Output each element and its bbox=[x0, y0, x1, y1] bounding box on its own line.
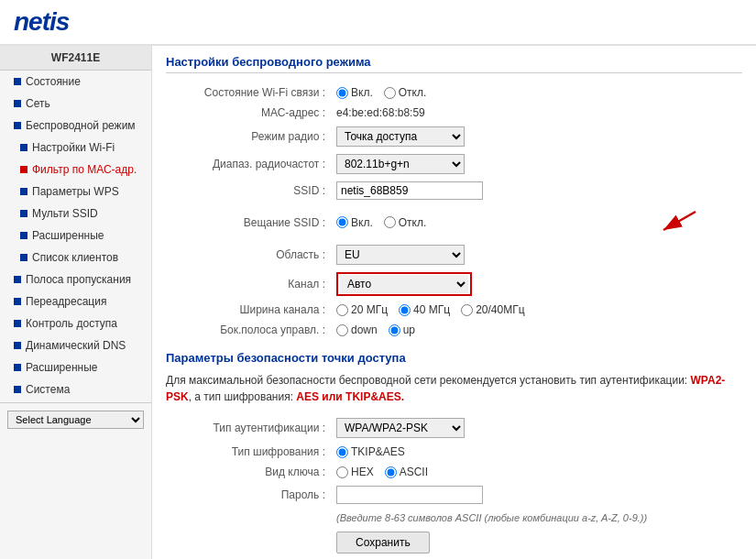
sidebar-item-network[interactable]: Сеть bbox=[0, 93, 151, 115]
bandwidth-row: Ширина канала : 20 МГц 40 МГц bbox=[166, 300, 742, 320]
logo: netis bbox=[14, 7, 69, 37]
key-ascii-label[interactable]: ASCII bbox=[385, 466, 428, 478]
main-content: Настройки беспроводного режима Состояние… bbox=[152, 46, 756, 559]
wifi-status-label: Состояние Wi-Fi связи : bbox=[166, 82, 331, 103]
sb-up-label[interactable]: up bbox=[389, 323, 415, 336]
channel-select[interactable]: Авто bbox=[340, 275, 468, 293]
sidebar-item-access[interactable]: Контроль доступа bbox=[0, 312, 151, 334]
sideband-value: down up bbox=[331, 320, 636, 340]
security-table: Тип аутентификации : WPA/WPA2-PSK Тип ши… bbox=[166, 414, 742, 557]
channel-row: Канал : Авто bbox=[166, 269, 742, 300]
auth-select[interactable]: WPA/WPA2-PSK bbox=[336, 418, 465, 438]
ssid-input[interactable]: netis_68B859 bbox=[336, 181, 483, 200]
wifi-off-label[interactable]: Откл. bbox=[384, 86, 427, 99]
encrypt-tkipaes-radio[interactable] bbox=[336, 446, 348, 458]
sidebar-item-clients[interactable]: Список клиентов bbox=[0, 247, 151, 269]
key-hex-radio[interactable] bbox=[336, 466, 348, 478]
mac-row: МАС-адрес : e4:be:ed:68:b8:59 bbox=[166, 103, 742, 123]
sidebar-item-multi-ssid[interactable]: Мульти SSID bbox=[0, 203, 151, 225]
wifi-on-label[interactable]: Вкл. bbox=[336, 86, 373, 99]
wps-bullet-icon bbox=[20, 188, 27, 195]
bw-2040-radio[interactable] bbox=[461, 304, 473, 316]
save-button[interactable]: Сохранить bbox=[336, 532, 430, 554]
freq-label: Диапаз. радиочастот : bbox=[166, 150, 331, 178]
radio-mode-row: Режим радио : Точка доступа bbox=[166, 123, 742, 150]
ssid-broadcast-row: Вещание SSID : Вкл. Откл. bbox=[166, 203, 742, 241]
wifi-status-radio-group: Вкл. Откл. bbox=[336, 86, 630, 99]
language-select[interactable]: Select Language bbox=[7, 411, 144, 429]
red-arrow-icon bbox=[645, 207, 700, 235]
wifi-status-row: Состояние Wi-Fi связи : Вкл. Откл. bbox=[166, 82, 742, 103]
wifi-off-radio[interactable] bbox=[384, 87, 396, 99]
sideband-row: Бок.полоса управл. : down up bbox=[166, 320, 742, 340]
sidebar-item-ddns[interactable]: Динамический DNS bbox=[0, 334, 151, 356]
ssid-bc-off-radio[interactable] bbox=[384, 216, 396, 228]
encrypt-tkipaes-label[interactable]: TKIP&AES bbox=[336, 445, 405, 458]
sb-down-text: down bbox=[351, 323, 378, 336]
radio-mode-select[interactable]: Точка доступа bbox=[336, 126, 465, 147]
sidebar-item-status[interactable]: Состояние bbox=[0, 71, 151, 93]
access-bullet-icon bbox=[14, 320, 21, 327]
bw-2040-label[interactable]: 20/40МГц bbox=[461, 303, 524, 316]
settings-table: Состояние Wi-Fi связи : Вкл. Откл. bbox=[166, 82, 742, 340]
auth-label: Тип аутентификации : bbox=[166, 414, 331, 442]
sb-up-text: up bbox=[403, 323, 415, 336]
sb-down-radio[interactable] bbox=[336, 324, 348, 336]
ssid-bc-on-label[interactable]: Вкл. bbox=[336, 216, 373, 229]
ssid-bc-off-text: Откл. bbox=[399, 216, 427, 229]
wifi-on-text: Вкл. bbox=[351, 86, 373, 99]
freq-value: 802.11b+g+n bbox=[331, 150, 636, 178]
key-value: HEX ASCII bbox=[331, 462, 742, 482]
sidebar-item-system[interactable]: Система bbox=[0, 378, 151, 400]
channel-label: Канал : bbox=[166, 269, 331, 300]
sb-down-label[interactable]: down bbox=[336, 323, 378, 336]
password-hint-text: (Введите 8-63 символов ASCII (любые комб… bbox=[336, 512, 647, 523]
sidebar-item-wps[interactable]: Параметры WPS bbox=[0, 181, 151, 203]
ssid-bc-on-radio[interactable] bbox=[336, 216, 348, 228]
ssid-broadcast-radio-group: Вкл. Откл. bbox=[336, 216, 630, 229]
sidebar-item-bandwidth[interactable]: Полоса пропускания bbox=[0, 269, 151, 290]
key-hex-label[interactable]: HEX bbox=[336, 466, 374, 478]
encrypt-radio-group: TKIP&AES bbox=[336, 445, 737, 458]
sidebar-item-redirect[interactable]: Переадресация bbox=[0, 290, 151, 312]
sidebar-item-mac-filter[interactable]: Фильтр по МАС-адр. bbox=[0, 159, 151, 181]
bw-20-radio[interactable] bbox=[336, 304, 348, 316]
encrypt-row: Тип шифрования : TKIP&AES bbox=[166, 442, 742, 462]
wifi-on-radio[interactable] bbox=[336, 87, 348, 99]
ddns-bullet-icon bbox=[14, 342, 21, 349]
sidebar-divider bbox=[0, 402, 151, 403]
key-radio-group: HEX ASCII bbox=[336, 466, 737, 478]
sidebar-item-wireless[interactable]: Беспроводной режим bbox=[0, 115, 151, 137]
bandwidth-radio-group: 20 МГц 40 МГц 20/40МГц bbox=[336, 303, 630, 316]
key-ascii-text: ASCII bbox=[400, 466, 428, 478]
radio-mode-value: Точка доступа bbox=[331, 123, 636, 150]
region-select[interactable]: EU bbox=[336, 245, 465, 265]
region-value: EU bbox=[331, 241, 636, 269]
bw-40-radio[interactable] bbox=[399, 304, 411, 316]
freq-select[interactable]: 802.11b+g+n bbox=[336, 154, 465, 174]
mac-value: e4:be:ed:68:b8:59 bbox=[331, 103, 636, 123]
password-hint: (Введите 8-63 символов ASCII (любые комб… bbox=[331, 508, 742, 528]
password-label: Пароль : bbox=[166, 482, 331, 508]
save-cell: Сохранить bbox=[331, 528, 742, 557]
bw-20-label[interactable]: 20 МГц bbox=[336, 303, 388, 316]
password-hint-row: (Введите 8-63 символов ASCII (любые комб… bbox=[166, 508, 742, 528]
channel-value: Авто bbox=[331, 269, 636, 300]
sidebar: WF2411E Состояние Сеть Беспроводной режи… bbox=[0, 46, 152, 559]
sidebar-item-advanced-wireless[interactable]: Расширенные bbox=[0, 225, 151, 247]
bandwidth-value: 20 МГц 40 МГц 20/40МГц bbox=[331, 300, 636, 320]
password-input[interactable] bbox=[336, 486, 483, 504]
status-bullet-icon bbox=[14, 78, 21, 85]
key-type-row: Вид ключа : HEX ASCII bbox=[166, 462, 742, 482]
key-hex-text: HEX bbox=[351, 466, 374, 478]
auth-row: Тип аутентификации : WPA/WPA2-PSK bbox=[166, 414, 742, 442]
sidebar-item-wifi-settings[interactable]: Настройки Wi-Fi bbox=[0, 137, 151, 159]
sideband-label: Бок.полоса управл. : bbox=[166, 320, 331, 340]
key-ascii-radio[interactable] bbox=[385, 466, 397, 478]
sidebar-item-advanced2[interactable]: Расширенные bbox=[0, 356, 151, 378]
ssid-bc-off-label[interactable]: Откл. bbox=[384, 216, 427, 229]
bw-40-label[interactable]: 40 МГц bbox=[399, 303, 450, 316]
sb-up-radio[interactable] bbox=[389, 324, 400, 336]
section2-title: Параметры безопасности точки доступа bbox=[166, 351, 742, 365]
wifi-off-text: Откл. bbox=[399, 86, 427, 99]
